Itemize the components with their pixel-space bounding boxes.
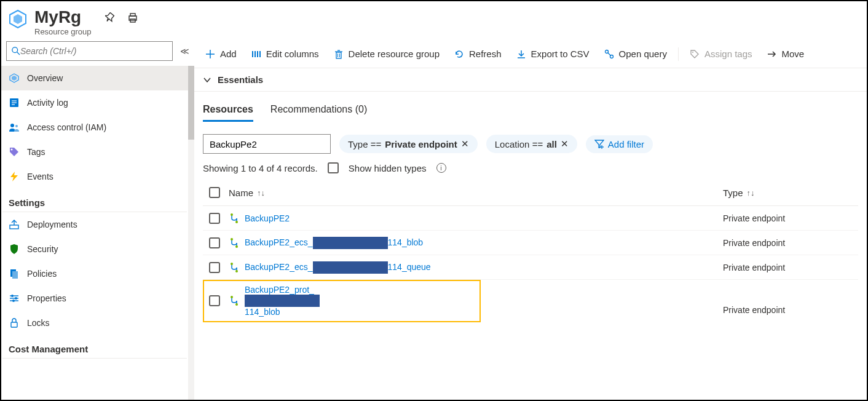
column-header-name[interactable]: Name ↑↓ (229, 188, 714, 198)
deploy-icon (9, 219, 20, 230)
svg-point-20 (12, 300, 15, 302)
sidebar-item-access-control[interactable]: Access control (IAM) (1, 115, 188, 140)
tag-icon (9, 146, 20, 157)
move-icon (767, 49, 777, 59)
redacted-segment (245, 295, 320, 307)
sidebar-item-label: Activity log (27, 98, 68, 108)
column-header-type[interactable]: Type ↑↓ (723, 188, 858, 198)
svg-point-46 (231, 296, 233, 298)
svg-line-4 (17, 52, 20, 55)
svg-point-41 (235, 221, 238, 223)
records-count-label: Showing 1 to 4 of 4 records. (203, 163, 318, 173)
sidebar-item-overview[interactable]: Overview (1, 66, 188, 90)
main-content: Add Edit columns Delete resource group R… (194, 41, 867, 400)
sidebar-item-label: Events (27, 172, 53, 181)
filter-icon (594, 139, 604, 149)
columns-icon (251, 49, 261, 59)
sidebar-section-settings: Settings (2, 189, 187, 212)
svg-rect-12 (10, 225, 18, 229)
resource-link[interactable]: BackupPE2 (245, 213, 290, 223)
sidebar-item-properties[interactable]: Properties (1, 286, 188, 311)
close-icon[interactable]: ✕ (561, 138, 569, 149)
move-button[interactable]: Move (762, 46, 810, 62)
edit-columns-button[interactable]: Edit columns (247, 46, 324, 62)
sidebar-item-label: Security (27, 244, 58, 254)
page-title: MyRg (34, 9, 92, 26)
trash-icon (334, 49, 344, 59)
page-subtitle: Resource group (34, 27, 92, 36)
row-checkbox[interactable] (209, 262, 220, 273)
show-hidden-checkbox[interactable] (328, 162, 339, 173)
essentials-toggle[interactable]: Essentials (194, 68, 867, 92)
filter-search-input[interactable] (203, 134, 331, 154)
sidebar-item-events[interactable]: Events (1, 164, 188, 189)
svg-point-45 (235, 270, 238, 272)
table-row: BackupPE2Private endpoint (203, 206, 858, 231)
table-header: Name ↑↓ Type ↑↓ (203, 182, 858, 206)
sort-icon: ↑↓ (747, 188, 755, 197)
resource-link[interactable]: BackupPE2_ecs_114_queue (245, 261, 431, 274)
sidebar-item-policies[interactable]: Policies (1, 261, 188, 286)
svg-point-18 (15, 297, 17, 300)
resources-table: Name ↑↓ Type ↑↓ BackupPE2Private endpoin… (194, 182, 867, 322)
row-checkbox[interactable] (209, 295, 220, 306)
sidebar-item-activity-log[interactable]: Activity log (1, 90, 188, 115)
search-icon (12, 47, 20, 55)
svg-rect-28 (336, 52, 341, 58)
filter-chip-location[interactable]: Location == all ✕ (486, 135, 577, 153)
resource-type: Private endpoint (723, 213, 858, 223)
sidebar-item-locks[interactable]: Locks (1, 311, 188, 335)
records-info-row: Showing 1 to 4 of 4 records. Show hidden… (194, 160, 867, 182)
sidebar-scrollbar-thumb[interactable] (188, 66, 194, 140)
tab-recommendations[interactable]: Recommendations (0) (270, 104, 367, 122)
resource-link[interactable]: BackupPE2_ecs_114_blob (245, 237, 423, 249)
table-row: BackupPE2_ecs_114_blobPrivate endpoint (203, 231, 858, 255)
svg-point-34 (610, 55, 613, 58)
resource-type: Private endpoint (723, 305, 858, 315)
svg-point-11 (11, 149, 13, 151)
close-icon[interactable]: ✕ (461, 138, 469, 149)
export-csv-button[interactable]: Export to CSV (511, 46, 594, 62)
sidebar-item-label: Properties (27, 293, 66, 303)
table-row: BackupPE2_ecs_114_queuePrivate endpoint (203, 255, 858, 280)
assign-tags-button[interactable]: Assign tags (685, 46, 757, 62)
page-header: MyRg Resource group (1, 1, 867, 41)
log-icon (9, 97, 20, 108)
sidebar-item-deployments[interactable]: Deployments (1, 212, 188, 237)
resource-group-icon (7, 9, 28, 31)
toolbar-separator (678, 47, 679, 61)
svg-rect-14 (12, 271, 18, 279)
refresh-button[interactable]: Refresh (449, 46, 507, 62)
info-icon[interactable]: i (436, 163, 446, 173)
tab-resources[interactable]: Resources (203, 104, 253, 122)
cube-icon (9, 73, 20, 84)
sidebar-item-tags[interactable]: Tags (1, 140, 188, 164)
table-row: BackupPE2_prot_114_blob (203, 280, 481, 322)
sidebar-search-input[interactable] (20, 46, 167, 56)
refresh-icon (454, 49, 464, 59)
row-checkbox[interactable] (209, 213, 220, 224)
row-checkbox[interactable] (209, 237, 220, 248)
add-filter-button[interactable]: Add filter (586, 135, 653, 153)
filter-chip-type[interactable]: Type == Private endpoint ✕ (339, 135, 478, 153)
select-all-checkbox[interactable] (209, 187, 220, 198)
sidebar-item-label: Policies (27, 269, 57, 279)
svg-point-9 (10, 124, 14, 127)
chevron-down-icon (203, 76, 211, 84)
svg-point-36 (692, 52, 693, 53)
sidebar-item-security[interactable]: Security (1, 237, 188, 261)
sidebar-scrollbar-track[interactable] (188, 66, 194, 400)
add-button[interactable]: Add (200, 46, 242, 62)
resource-link[interactable]: BackupPE2_prot_114_blob (245, 285, 320, 317)
sidebar-search-box[interactable] (6, 41, 173, 61)
sidebar-item-label: Tags (27, 147, 45, 157)
private-endpoint-icon (229, 262, 240, 273)
open-query-button[interactable]: Open query (599, 46, 672, 62)
print-icon[interactable] (127, 12, 138, 25)
sidebar-collapse-button[interactable]: ≪ (180, 46, 189, 56)
content-tabs: Resources Recommendations (0) (194, 92, 867, 122)
delete-rg-button[interactable]: Delete resource group (329, 46, 444, 62)
assign-tag-icon (690, 49, 700, 59)
pin-icon[interactable] (105, 12, 116, 25)
show-hidden-label: Show hidden types (349, 163, 427, 173)
